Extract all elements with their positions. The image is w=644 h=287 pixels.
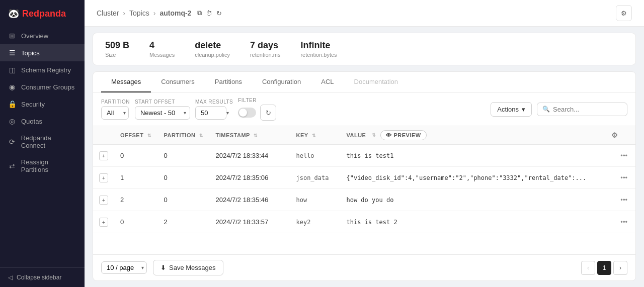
sidebar-item-redpanda-connect[interactable]: ⟳ Redpanda Connect [0,130,85,154]
tab-consumers[interactable]: Consumers [151,72,204,92]
tab-acl[interactable]: ACL [311,72,344,92]
sidebar-item-topics[interactable]: ☰ Topics [0,44,85,61]
row-offset: 0 [114,211,157,233]
pagination: ‹ 1 › [581,261,627,275]
breadcrumb-topics[interactable]: Topics [129,9,149,17]
prev-page-button[interactable]: ‹ [581,261,595,275]
th-value-label: VALUE [346,132,366,138]
sidebar-footer: ◁ Collapse sidebar [0,267,85,287]
sidebar-item-label: Security [21,101,45,108]
save-messages-button[interactable]: ⬇ Save Messages [153,260,223,275]
refresh-icon: ↻ [266,109,271,117]
sidebar-item-security[interactable]: 🔒 Security [0,95,85,113]
security-icon: 🔒 [8,100,16,108]
topbar: Cluster › Topics › automq-2 ⧉ ⏱ ↻ ⚙ [85,0,644,27]
refresh-breadcrumb-icon[interactable]: ↻ [216,10,222,17]
expand-row-button[interactable]: + [99,196,108,205]
start-offset-group: START OFFSET Newest - 50 Oldest ▾ [135,99,190,120]
sidebar-item-label: Schema Registry [21,66,71,74]
start-offset-select-wrapper: Newest - 50 Oldest ▾ [135,106,190,120]
partition-group: PARTITION All ▾ [101,99,130,120]
topbar-right: ⚙ [616,5,632,21]
messages-table: OFFSET ⇅ PARTITION ⇅ TIMESTAMP ⇅ KEY ⇅ [93,126,635,233]
start-offset-select[interactable]: Newest - 50 Oldest [135,106,190,120]
expand-row-button[interactable]: + [99,218,108,227]
sidebar-item-reassign-partitions[interactable]: ⇄ Reassign Partitions [0,154,85,178]
consumer-groups-icon: ◉ [8,83,16,91]
row-partition: 0 [157,145,209,167]
copy-icon[interactable]: ⧉ [197,9,202,17]
max-results-select[interactable]: 50 100 200 [195,106,226,120]
row-value: this is test1 [340,145,605,167]
th-value: VALUE ⇅ 👁 Preview [340,126,605,145]
row-expand-cell: + [93,189,114,211]
key-sort-icon: ⇅ [312,133,316,138]
stat-retention-ms: 7 days retention.ms [250,40,281,58]
row-more-button[interactable]: ••• [618,216,629,228]
stats-bar: 509 B Size 4 Messages delete cleanup.pol… [93,33,636,65]
expand-row-button[interactable]: + [99,151,108,160]
tab-documentation: Documentation [344,72,408,92]
row-actions-cell: ••• [605,211,635,233]
row-more-button[interactable]: ••• [618,150,629,161]
sidebar-item-consumer-groups[interactable]: ◉ Consumer Groups [0,78,85,95]
tab-configuration[interactable]: Configuration [252,72,311,92]
breadcrumb-cluster[interactable]: Cluster [97,9,119,17]
sidebar-item-overview[interactable]: ⊞ Overview [0,27,85,44]
th-actions: ⚙ [605,126,635,145]
actions-chevron-icon: ▾ [522,106,525,113]
table-header-row: OFFSET ⇅ PARTITION ⇅ TIMESTAMP ⇅ KEY ⇅ [93,126,635,145]
stat-retention-ms-label: retention.ms [250,52,281,58]
row-more-button[interactable]: ••• [618,172,629,183]
sidebar-item-schema-registry[interactable]: ◫ Schema Registry [0,61,85,78]
row-key: hello [290,145,340,167]
settings-button[interactable]: ⚙ [616,5,632,21]
max-results-chevron-icon: ▾ [226,110,229,116]
stat-messages-label: Messages [149,52,175,58]
filter-label: FILTER [238,98,276,103]
th-expand [93,126,114,145]
actions-button[interactable]: Actions ▾ [491,102,532,117]
th-offset[interactable]: OFFSET ⇅ [114,126,157,145]
row-actions: ••• [611,216,629,228]
preview-icon: 👁 [386,132,392,138]
tab-partitions[interactable]: Partitions [205,72,252,92]
content-panel: Messages Consumers Partitions Configurat… [93,71,636,281]
main-content: Cluster › Topics › automq-2 ⧉ ⏱ ↻ ⚙ 509 … [85,0,644,287]
page-1-button[interactable]: 1 [597,261,611,275]
next-page-button[interactable]: › [613,261,627,275]
sidebar-item-quotas[interactable]: ◎ Quotas [0,113,85,130]
timer-icon[interactable]: ⏱ [206,10,212,17]
actions-label: Actions [497,106,519,113]
row-key: json_data [290,167,340,189]
partition-select[interactable]: All [101,106,129,120]
max-results-group: MAX RESULTS 50 100 200 ▾ [195,99,233,120]
preview-label: Preview [393,132,421,138]
stat-cleanup-policy: delete cleanup.policy [195,40,230,58]
expand-row-button[interactable]: + [99,173,108,182]
sidebar-item-label: Redpanda Connect [21,134,76,149]
collapse-sidebar-button[interactable]: ◁ Collapse sidebar [8,274,76,281]
row-offset: 2 [114,189,157,211]
refresh-button[interactable]: ↻ [260,105,276,121]
search-input[interactable] [553,106,622,113]
page-size-select[interactable]: 10 / page 20 / page 50 / page [101,261,147,274]
column-settings-icon[interactable]: ⚙ [611,131,618,139]
preview-badge[interactable]: 👁 Preview [380,130,427,140]
row-actions: ••• [611,172,629,183]
stat-size-label: Size [105,52,129,58]
th-timestamp[interactable]: TIMESTAMP ⇅ [209,126,290,145]
tab-messages[interactable]: Messages [101,72,151,92]
row-more-button[interactable]: ••• [618,194,629,206]
app-logo: 🐼 Redpanda [0,0,85,25]
row-actions-cell: ••• [605,189,635,211]
row-expand-cell: + [93,167,114,189]
th-key[interactable]: KEY ⇅ [290,126,340,145]
filter-toggle-switch[interactable] [238,108,256,118]
stat-cleanup-policy-label: cleanup.policy [195,52,230,58]
th-partition[interactable]: PARTITION ⇅ [157,126,209,145]
filter-toggle: ↻ [238,105,276,121]
partition-label: PARTITION [101,99,130,105]
connect-icon: ⟳ [8,138,16,146]
stat-retention-bytes-value: Infinite [300,40,337,51]
